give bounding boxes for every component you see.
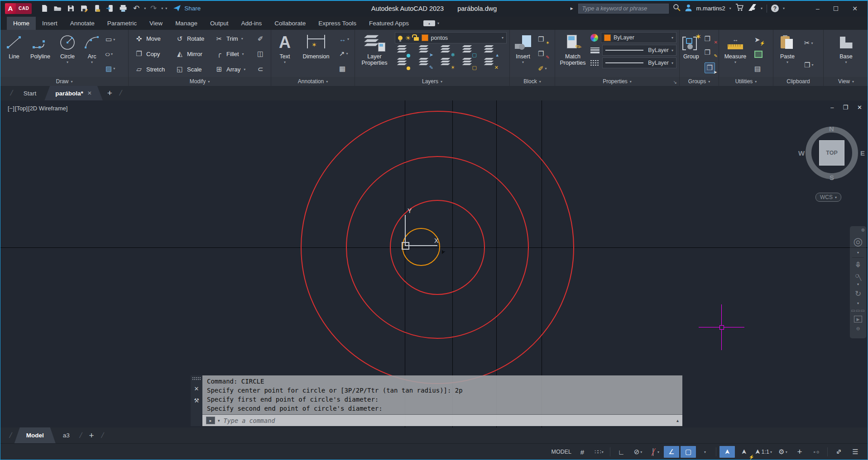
explode-tool[interactable]: ◫ xyxy=(254,49,267,59)
dimension-tool[interactable]: ✶ Dimension xyxy=(298,31,334,77)
help-dropdown[interactable]: ▾ xyxy=(783,6,785,10)
recent-commands-dropdown[interactable]: ▾ xyxy=(218,418,220,423)
lineweight-icon[interactable] xyxy=(590,47,599,53)
properties-dialog-launcher[interactable]: ↘ xyxy=(673,80,677,85)
new-layout-button[interactable]: + xyxy=(89,431,94,441)
match-properties-tool[interactable]: ✎ Match Properties xyxy=(558,31,588,77)
trim-tool[interactable]: ✂Trim▾ xyxy=(212,34,253,44)
autodesk-dropdown[interactable]: ▾ xyxy=(761,6,762,10)
panel-label-properties[interactable]: Properties ▾ xyxy=(555,77,679,86)
tab-layout-a3[interactable]: a3 xyxy=(56,427,77,443)
autodesk-app-button[interactable] xyxy=(748,4,757,13)
trim-dropdown[interactable]: ▾ xyxy=(241,37,243,41)
object-color-select[interactable]: ByLayer ▾ xyxy=(601,32,676,43)
measure-tool[interactable]: ↔ Measure ▾ xyxy=(722,31,749,77)
copy-tool[interactable]: ❐Copy xyxy=(132,49,172,59)
move-tool[interactable]: ✜Move xyxy=(132,34,172,44)
navbar-options-icon[interactable]: ⊖ xyxy=(856,326,860,331)
tab-insert[interactable]: Insert xyxy=(36,17,64,30)
insert-block-tool[interactable]: Insert ▾ xyxy=(513,31,533,77)
layer-select[interactable]: ☀ pontos ▾ xyxy=(395,32,507,43)
copy-clip-tool[interactable]: ❐▾ xyxy=(804,61,813,69)
annotation-visibility-toggle[interactable]: ➤ xyxy=(719,446,735,458)
fillet-dropdown[interactable]: ▾ xyxy=(242,52,244,56)
polar-dropdown[interactable]: ▾ xyxy=(640,450,642,454)
edit-block-tool[interactable]: ❐✎ xyxy=(538,50,547,58)
copy-clip-dropdown[interactable]: ▾ xyxy=(811,63,813,67)
save-button[interactable] xyxy=(65,3,76,14)
store-button[interactable] xyxy=(735,4,744,13)
array-dropdown[interactable]: ▾ xyxy=(244,67,245,71)
save-to-web-button[interactable] xyxy=(105,3,115,14)
snap-mode-toggle[interactable]: ∷∷▾ xyxy=(591,446,607,458)
leader-dropdown[interactable]: ▾ xyxy=(346,52,348,56)
group-selection-toggle[interactable]: ❐➤ xyxy=(705,62,715,73)
ribbon-minimize-control[interactable]: ▴ ▾ xyxy=(423,17,439,30)
linetype-icon[interactable] xyxy=(590,60,599,66)
cut-tool[interactable]: ✂▾ xyxy=(804,39,813,47)
lineweight-select[interactable]: ByLayer ▾ xyxy=(602,45,676,56)
navigation-wheel-dropdown[interactable]: ▾ xyxy=(857,251,859,255)
search-field[interactable] xyxy=(578,4,669,14)
command-customize-icon[interactable]: ⚒ xyxy=(194,397,199,404)
scale-tool[interactable]: ◱Scale xyxy=(173,64,211,74)
viewcube-top-face[interactable]: TOP xyxy=(819,140,844,166)
maximize-button[interactable]: ☐ xyxy=(833,5,839,12)
search-input[interactable] xyxy=(581,5,666,12)
isolate-objects-button[interactable]: ▫○ xyxy=(809,446,824,458)
layer-states-tool[interactable]: ▴ xyxy=(484,45,497,56)
tab-express-tools[interactable]: Express Tools xyxy=(312,17,363,30)
viewport-view-control[interactable]: [Top] xyxy=(15,105,28,112)
customization-gear-button[interactable]: ⚙▾ xyxy=(775,446,791,458)
command-close-icon[interactable]: ✕ xyxy=(194,385,199,392)
zoom-dropdown[interactable]: ▾ xyxy=(857,282,859,286)
text-dropdown[interactable]: ▾ xyxy=(284,60,286,64)
tab-annotate[interactable]: Annotate xyxy=(64,17,101,30)
viewcube-west[interactable]: W xyxy=(798,149,805,157)
viewcube-south[interactable]: S xyxy=(830,174,834,181)
help-button[interactable]: ? xyxy=(771,5,779,12)
tab-featured-apps[interactable]: Featured Apps xyxy=(363,17,415,30)
measure-dropdown[interactable]: ▾ xyxy=(734,60,736,64)
tab-add-ins[interactable]: Add-ins xyxy=(235,17,268,30)
tab-document[interactable]: parábola* ✕ xyxy=(44,86,103,100)
linear-dimension-tool[interactable]: ↔▾ xyxy=(339,35,349,43)
viewport-close-icon[interactable]: ✕ xyxy=(857,104,862,111)
leader-tool[interactable]: ↗▾ xyxy=(339,50,349,58)
table-tool[interactable]: ▦ xyxy=(339,65,349,73)
command-input-row[interactable]: ▸ ▾ ▴ xyxy=(202,414,682,426)
linear-dimension-dropdown[interactable]: ▾ xyxy=(347,37,349,41)
viewport-restore-icon[interactable]: ❐ xyxy=(843,104,848,111)
hatch-dropdown[interactable]: ▾ xyxy=(113,66,115,71)
open-file-button[interactable] xyxy=(52,3,63,14)
select-all-tool[interactable] xyxy=(754,51,762,58)
panel-label-view[interactable]: View ▾ xyxy=(824,77,868,86)
showmotion-play-icon[interactable]: ▶ xyxy=(854,316,862,322)
ribbon-minimize-dropdown[interactable]: ▾ xyxy=(437,21,439,25)
insert-dropdown[interactable]: ▾ xyxy=(522,60,524,64)
viewcube[interactable]: N W E S TOP xyxy=(806,127,858,179)
stretch-tool[interactable]: ▱Stretch xyxy=(132,64,172,74)
account-button[interactable] xyxy=(685,4,692,13)
command-drag-grip[interactable] xyxy=(192,377,201,380)
viewport-minimize-icon[interactable]: – xyxy=(830,104,834,111)
layer-isolate-tool[interactable]: ➤ xyxy=(418,45,432,56)
command-expand-icon[interactable]: ▴ xyxy=(676,418,679,423)
account-dropdown[interactable]: ▾ xyxy=(729,6,731,10)
lineweight-dropdown[interactable]: ▾ xyxy=(671,48,673,52)
annotation-autoscale-toggle[interactable]: ➤⚡ xyxy=(736,446,752,458)
command-input[interactable] xyxy=(223,417,674,425)
object-snap-dropdown[interactable]: ▾ xyxy=(697,446,713,458)
circle-tool[interactable]: Circle ▾ xyxy=(55,31,80,77)
isometric-dropdown[interactable]: ▾ xyxy=(657,450,659,454)
layer-freeze-tool[interactable]: ❄ xyxy=(440,45,454,56)
edit-attributes-dropdown[interactable]: ▾ xyxy=(545,66,547,71)
close-button[interactable]: ✕ xyxy=(852,5,858,12)
edit-attributes-tool[interactable]: ✐▾ xyxy=(538,65,547,73)
base-dropdown[interactable]: ▾ xyxy=(845,60,847,64)
viewcube-east[interactable]: E xyxy=(860,149,865,157)
array-tool[interactable]: ⊞Array▾ xyxy=(212,64,253,74)
username[interactable]: m.martins2 xyxy=(696,5,725,12)
cut-dropdown[interactable]: ▾ xyxy=(811,41,813,45)
ungroup-tool[interactable]: ❐✕ xyxy=(705,35,715,43)
